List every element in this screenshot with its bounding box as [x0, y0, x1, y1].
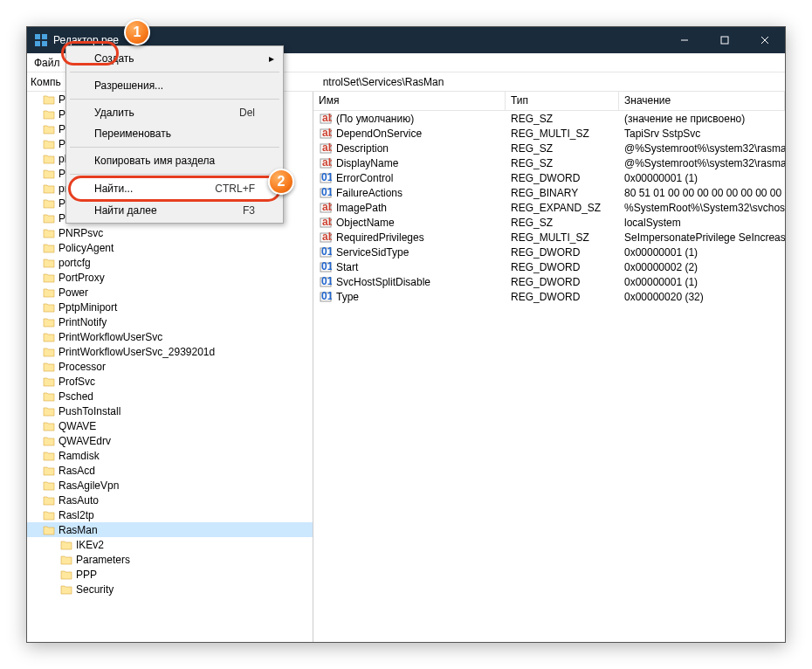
column-header[interactable]: Имя [313, 92, 506, 110]
menu-separator [70, 147, 279, 148]
string-value-icon: ab [319, 127, 333, 141]
column-header[interactable]: Значение [619, 92, 785, 110]
close-button[interactable] [745, 27, 785, 53]
tree-item-label: PrintNotify [58, 316, 107, 328]
value-name: ErrorControl [336, 172, 393, 184]
menu-item[interactable]: Найти...CTRL+F [68, 176, 281, 202]
value-data: 0x00000020 (32) [619, 291, 785, 303]
binary-value-icon: 011 [319, 290, 333, 304]
folder-icon [60, 540, 72, 550]
folder-icon [43, 480, 55, 491]
tree-item-label: PNRPsvc [58, 227, 103, 239]
folder-icon [43, 406, 55, 417]
list-row[interactable]: 011FailureActionsREG_BINARY80 51 01 00 0… [313, 185, 785, 200]
column-header[interactable]: Тип [506, 92, 619, 110]
tree-item[interactable]: Security [27, 582, 313, 597]
tree-item[interactable]: RasAgileVpn [27, 478, 313, 493]
tree-item-label: QWAVEdrv [58, 435, 111, 447]
tree-item[interactable]: Psched [27, 389, 313, 403]
value-name: Start [336, 261, 358, 273]
tree-item[interactable]: QWAVE [27, 418, 313, 433]
folder-icon [43, 451, 55, 461]
callout-badge-2: 2 [268, 169, 294, 195]
tree-item[interactable]: PrintNotify [27, 314, 313, 329]
menu-item[interactable]: Переименовать [68, 123, 281, 144]
folder-icon [43, 124, 55, 134]
tree-item-label: PortProxy [58, 272, 105, 284]
list-row[interactable]: abImagePathREG_EXPAND_SZ%SystemRoot%\Sys… [313, 200, 785, 215]
tree-item[interactable]: Processor [27, 359, 313, 374]
tree-item[interactable]: RasAcd [27, 463, 313, 478]
tree-item[interactable]: Ramdisk [27, 448, 313, 463]
list-row[interactable]: 011TypeREG_DWORD0x00000020 (32) [313, 289, 785, 304]
tree-item[interactable]: RasMan [27, 522, 313, 537]
svg-rect-2 [35, 41, 40, 46]
menu-файл[interactable]: Файл [27, 53, 67, 72]
binary-value-icon: 011 [319, 171, 333, 185]
tree-item[interactable]: RasAuto [27, 493, 313, 507]
menu-shortcut: F3 [243, 204, 255, 217]
tree-item[interactable]: portcfg [27, 255, 313, 270]
list-row[interactable]: 011SvcHostSplitDisableREG_DWORD0x0000000… [313, 274, 785, 289]
svg-text:011: 011 [321, 187, 332, 198]
menu-item[interactable]: Копировать имя раздела [68, 150, 281, 171]
minimize-button[interactable] [664, 27, 705, 53]
value-name: ServiceSidType [336, 246, 409, 259]
folder-icon [43, 139, 55, 149]
value-type: REG_SZ [506, 113, 619, 125]
svg-text:ab: ab [322, 113, 332, 124]
list-row[interactable]: abDescriptionREG_SZ@%Systemroot%\system3… [313, 141, 785, 155]
tree-item[interactable]: IKEv2 [27, 537, 313, 552]
tree-item[interactable]: PortProxy [27, 270, 313, 285]
svg-text:011: 011 [321, 172, 332, 183]
list-row[interactable]: abDisplayNameREG_SZ@%Systemroot%\system3… [313, 155, 785, 170]
tree-item[interactable]: PNRPsvc [27, 225, 313, 240]
list-row[interactable]: abRequiredPrivilegesREG_MULTI_SZSeImpers… [313, 230, 785, 245]
list-row[interactable]: 011ErrorControlREG_DWORD0x00000001 (1) [313, 170, 785, 185]
value-type: REG_DWORD [506, 246, 619, 259]
menu-item[interactable]: Создать▸ [68, 48, 281, 69]
tree-item[interactable]: ProfSvc [27, 374, 313, 389]
maximize-button[interactable] [705, 27, 745, 53]
tree-item[interactable]: Parameters [27, 552, 313, 567]
menu-separator [70, 174, 279, 175]
tree-item-label: Power [58, 286, 88, 299]
folder-icon [43, 109, 55, 120]
list-row[interactable]: abObjectNameREG_SZlocalSystem [313, 215, 785, 230]
folder-icon [43, 332, 55, 342]
value-type: REG_EXPAND_SZ [506, 202, 619, 214]
list-header: ИмяТипЗначение [313, 92, 785, 111]
tree-item[interactable]: PrintWorkflowUserSvc_2939201d [27, 344, 313, 359]
tree-item[interactable]: PptpMiniport [27, 300, 313, 314]
list-row[interactable]: abDependOnServiceREG_MULTI_SZTapiSrv Sst… [313, 126, 785, 141]
folder-icon [43, 258, 55, 268]
folder-icon [43, 347, 55, 357]
menu-item[interactable]: Разрешения... [68, 75, 281, 96]
value-name: FailureActions [336, 187, 403, 199]
value-data: TapiSrv SstpSvc [619, 128, 785, 140]
tree-item[interactable]: PushToInstall [27, 403, 313, 418]
tree-item[interactable]: Rasl2tp [27, 507, 313, 522]
tree-item[interactable]: Power [27, 285, 313, 300]
tree-item-label: RasAcd [58, 465, 95, 477]
tree-item-label: IKEv2 [76, 539, 104, 551]
tree-item-label: PptpMiniport [58, 301, 117, 314]
list-pane[interactable]: ИмяТипЗначение ab(По умолчанию)REG_SZ(зн… [313, 92, 785, 642]
list-row[interactable]: 011StartREG_DWORD0x00000002 (2) [313, 259, 785, 274]
value-name: RequiredPrivileges [336, 231, 424, 244]
tree-item[interactable]: PPP [27, 567, 313, 582]
menu-item[interactable]: Найти далееF3 [68, 200, 281, 221]
tree-item[interactable]: PrintWorkflowUserSvc [27, 329, 313, 344]
list-row[interactable]: ab(По умолчанию)REG_SZ(значение не присв… [313, 111, 785, 126]
tree-item[interactable]: PolicyAgent [27, 240, 313, 255]
tree-item[interactable]: QWAVEdrv [27, 433, 313, 448]
menu-item[interactable]: УдалитьDel [68, 102, 281, 123]
folder-icon [43, 198, 55, 209]
list-row[interactable]: 011ServiceSidTypeREG_DWORD0x00000001 (1) [313, 245, 785, 259]
tree-item-label: PrintWorkflowUserSvc [58, 331, 162, 343]
tree-item-label: PPP [76, 569, 97, 581]
folder-icon [43, 272, 55, 283]
value-data: 80 51 01 00 00 00 00 00 00 00 00 00 03 0… [619, 187, 785, 199]
address-prefix: Компь [31, 76, 61, 88]
address-path: ntrolSet\Services\RasMan [323, 76, 444, 88]
